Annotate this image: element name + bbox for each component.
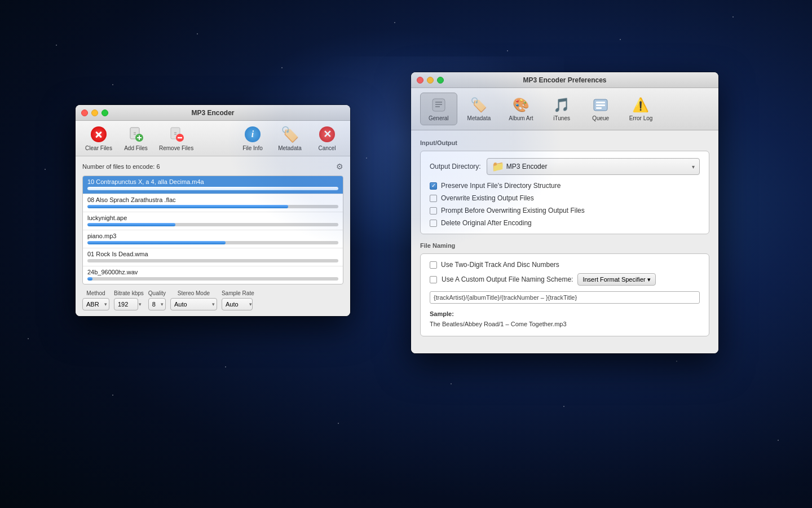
checkbox-prompt-row: Prompt Before Overwriting Existing Outpu… bbox=[430, 207, 700, 214]
file-name-6: 24b_96000hz.wav bbox=[87, 269, 338, 275]
tab-metadata-label: Metadata bbox=[467, 115, 491, 121]
errorlog-icon: ⚠️ bbox=[632, 97, 649, 113]
remove-files-button[interactable]: Remove Files bbox=[159, 125, 193, 151]
method-select[interactable]: ABR CBR VBR bbox=[82, 298, 109, 310]
encoder-close-button[interactable] bbox=[81, 110, 88, 116]
tab-albumart-label: Album Art bbox=[509, 115, 533, 121]
progress-bar-bg-1 bbox=[87, 187, 338, 190]
checkbox-prompt-label: Prompt Before Overwriting Existing Outpu… bbox=[441, 207, 585, 214]
input-output-label: Input/Output bbox=[420, 139, 709, 146]
tab-errorlog-label: Error Log bbox=[629, 115, 653, 121]
tab-itunes[interactable]: 🎵 iTunes bbox=[544, 93, 580, 125]
quality-select[interactable]: 8 0 5 bbox=[148, 298, 166, 310]
svg-rect-18 bbox=[596, 104, 605, 106]
checkbox-preserve[interactable] bbox=[430, 182, 437, 190]
encoder-minimize-button[interactable] bbox=[91, 110, 98, 116]
tab-albumart[interactable]: 🎨 Album Art bbox=[501, 93, 541, 125]
dir-dropdown-arrow: ▾ bbox=[692, 164, 695, 170]
tab-general-label: General bbox=[429, 115, 449, 121]
quality-group: Quality 8 0 5 bbox=[148, 290, 166, 310]
cancel-icon: ✕ bbox=[318, 125, 336, 143]
encoder-toolbar: Clear Files Add Files bbox=[76, 121, 350, 156]
bitrate-select[interactable]: 192 128 256 320 bbox=[114, 298, 138, 310]
sample-label: Sample: bbox=[430, 310, 454, 317]
checkbox-custom-naming[interactable] bbox=[430, 276, 437, 283]
file-item-5[interactable]: 01 Rock Is Dead.wma bbox=[83, 248, 343, 266]
progress-bar-bg-3 bbox=[87, 223, 338, 226]
checkbox-delete-row: Delete Original After Encoding bbox=[430, 219, 700, 227]
sample-rate-label: Sample Rate bbox=[222, 290, 254, 296]
checkbox-prompt[interactable] bbox=[430, 207, 437, 214]
clear-files-icon bbox=[90, 125, 108, 143]
sample-area: Sample: The Beatles/Abbey Road/1 – Come … bbox=[430, 309, 700, 329]
encoder-content: Number of files to encode: 6 ⚙ 10 Contra… bbox=[76, 156, 350, 316]
cancel-button[interactable]: ✕ Cancel bbox=[313, 125, 341, 151]
stereo-select[interactable]: Auto Stereo Joint Stereo Mono bbox=[170, 298, 217, 310]
tab-errorlog[interactable]: ⚠️ Error Log bbox=[621, 93, 661, 125]
file-item-2[interactable]: 08 Also Sprach Zarathustra .flac bbox=[83, 194, 343, 212]
progress-bar-fill-4 bbox=[87, 241, 226, 244]
progress-bar-bg-2 bbox=[87, 205, 338, 208]
bitrate-group: Bitrate kbps 192 128 256 320 bbox=[114, 290, 144, 310]
file-info-label: File Info bbox=[242, 145, 263, 151]
encoder-traffic-lights bbox=[81, 110, 108, 116]
tab-general[interactable]: General bbox=[420, 93, 457, 125]
svg-rect-17 bbox=[596, 102, 605, 103]
clear-files-button[interactable]: Clear Files bbox=[85, 125, 113, 151]
quality-label: Quality bbox=[148, 290, 166, 296]
output-dir-value: MP3 Encoder bbox=[506, 163, 690, 170]
file-name-3: luckynight.ape bbox=[87, 214, 338, 221]
file-item-1[interactable]: 10 Contrapunctus X, a 4, alla Decima.m4a bbox=[83, 176, 343, 194]
file-name-1: 10 Contrapunctus X, a 4, alla Decima.m4a bbox=[87, 178, 338, 185]
sample-rate-select[interactable]: Auto 44100 48000 bbox=[222, 298, 253, 310]
insert-specifier-button[interactable]: Insert Format Specifier ▾ bbox=[577, 273, 655, 286]
gear-icon: ⚙ bbox=[336, 162, 343, 171]
checkbox-overwrite[interactable] bbox=[430, 195, 437, 202]
file-count-bar: Number of files to encode: 6 ⚙ bbox=[82, 162, 343, 171]
prefs-zoom-button[interactable] bbox=[437, 77, 444, 84]
stereo-label: Stereo Mode bbox=[170, 290, 217, 296]
tab-queue[interactable]: Queue bbox=[582, 93, 619, 125]
metadata-icon: 🏷️ bbox=[281, 125, 299, 143]
progress-bar-bg-5 bbox=[87, 259, 338, 262]
output-dir-row: Output Directory: 📁 MP3 Encoder ▾ bbox=[430, 158, 700, 175]
prefs-content: Input/Output Output Directory: 📁 MP3 Enc… bbox=[411, 130, 718, 353]
prefs-close-button[interactable] bbox=[417, 77, 423, 84]
file-item-4[interactable]: piano.mp3 bbox=[83, 230, 343, 248]
metadata-button[interactable]: 🏷️ Metadata bbox=[276, 125, 304, 151]
encoder-title-bar: MP3 Encoder bbox=[76, 105, 350, 121]
progress-bar-bg-6 bbox=[87, 277, 338, 281]
prefs-title: MP3 Encoder Preferences bbox=[523, 76, 606, 84]
progress-bar-bg-4 bbox=[87, 241, 338, 244]
checkbox-delete-label: Delete Original After Encoding bbox=[441, 219, 532, 227]
file-name-5: 01 Rock Is Dead.wma bbox=[87, 251, 338, 257]
progress-bar-fill-6 bbox=[87, 277, 92, 281]
checkbox-twodigit[interactable] bbox=[430, 261, 437, 269]
encoder-title: MP3 Encoder bbox=[191, 109, 234, 117]
checkbox-preserve-label: Preserve Input File's Directory Structur… bbox=[441, 182, 561, 190]
method-group: Method ABR CBR VBR bbox=[82, 290, 109, 310]
file-info-icon: i bbox=[244, 125, 262, 143]
output-dir-selector[interactable]: 📁 MP3 Encoder ▾ bbox=[487, 158, 700, 175]
add-files-button[interactable]: Add Files bbox=[122, 125, 150, 151]
tab-itunes-label: iTunes bbox=[553, 115, 570, 121]
queue-icon bbox=[592, 97, 609, 113]
checkbox-delete[interactable] bbox=[430, 220, 437, 227]
add-files-label: Add Files bbox=[124, 145, 148, 151]
encoder-settings: Method ABR CBR VBR Bitrate kbps 192 128 … bbox=[82, 290, 343, 310]
naming-scheme-input[interactable] bbox=[430, 291, 700, 304]
file-name-4: piano.mp3 bbox=[87, 233, 338, 239]
file-item-3[interactable]: luckynight.ape bbox=[83, 212, 343, 230]
progress-bar-fill-1 bbox=[87, 187, 338, 190]
svg-rect-19 bbox=[596, 107, 602, 109]
encoder-zoom-button[interactable] bbox=[102, 110, 108, 116]
progress-bar-fill-2 bbox=[87, 205, 288, 208]
file-naming-section: Use Two-Digit Track And Disc Numbers Use… bbox=[420, 253, 709, 336]
metadata-tab-icon: 🏷️ bbox=[470, 97, 487, 113]
tab-metadata[interactable]: 🏷️ Metadata bbox=[460, 93, 499, 125]
file-item-6[interactable]: 24b_96000hz.wav bbox=[83, 266, 343, 284]
checkbox-overwrite-row: Overwrite Existing Output Files bbox=[430, 194, 700, 202]
checkbox-twodigit-label: Use Two-Digit Track And Disc Numbers bbox=[441, 261, 559, 269]
file-info-button[interactable]: i File Info bbox=[239, 125, 267, 151]
prefs-minimize-button[interactable] bbox=[427, 77, 434, 84]
